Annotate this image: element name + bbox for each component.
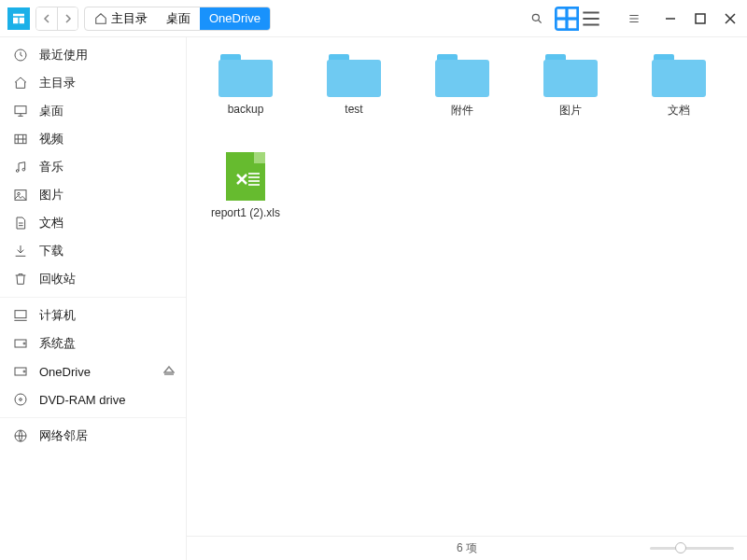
video-icon: [13, 132, 28, 147]
folder-item[interactable]: 文档: [639, 54, 719, 119]
picture-icon: [13, 188, 28, 203]
item-label: report1 (2).xls: [211, 206, 280, 219]
sidebar-item-label: OneDrive: [39, 365, 91, 379]
svg-point-17: [23, 371, 25, 372]
sidebar-item[interactable]: OneDrive: [0, 357, 186, 385]
disc-icon: [13, 392, 28, 407]
svg-point-12: [18, 192, 21, 195]
crumb-label: 主目录: [111, 10, 148, 27]
folder-icon: [435, 54, 489, 97]
svg-point-0: [532, 14, 539, 21]
sidebar-item-label: 系统盘: [39, 335, 76, 352]
file-item[interactable]: report1 (2).xls: [205, 152, 286, 219]
svg-point-18: [15, 394, 26, 405]
crumb-current[interactable]: OneDrive: [200, 7, 270, 30]
sidebar-item-label: 图片: [39, 187, 63, 203]
sidebar-item[interactable]: 系统盘: [0, 329, 186, 357]
svg-point-9: [16, 170, 19, 173]
sidebar-item[interactable]: DVD-RAM drive: [0, 385, 186, 413]
svg-rect-16: [15, 368, 26, 375]
sidebar-item-label: DVD-RAM drive: [39, 393, 125, 407]
window-controls: [661, 9, 740, 28]
document-icon: [13, 216, 28, 231]
disk-icon: [13, 364, 28, 379]
maximize-icon: [695, 13, 706, 24]
folder-icon: [652, 54, 706, 97]
menu-button[interactable]: [622, 7, 646, 31]
sidebar-item[interactable]: 文档: [0, 209, 186, 237]
disk-icon: [13, 336, 28, 351]
view-list-button[interactable]: [579, 7, 603, 31]
folder-item[interactable]: backup: [205, 54, 286, 119]
nav-forward-button[interactable]: [57, 7, 78, 30]
svg-point-15: [23, 343, 25, 344]
svg-point-19: [20, 399, 22, 401]
sidebar: 最近使用主目录桌面视频音乐图片文档下载回收站 计算机系统盘OneDriveDVD…: [0, 37, 187, 560]
download-icon: [13, 244, 28, 259]
search-button[interactable]: [525, 7, 549, 31]
folder-item[interactable]: 图片: [530, 54, 611, 119]
network-icon: [13, 428, 28, 443]
sidebar-item-label: 视频: [39, 131, 63, 147]
computer-icon: [13, 308, 28, 323]
desktop-icon: [13, 104, 28, 119]
sidebar-item-label: 文档: [39, 215, 63, 231]
sidebar-item[interactable]: 桌面: [0, 97, 186, 125]
crumb-desktop[interactable]: 桌面: [157, 7, 200, 30]
nav-buttons: [35, 7, 78, 31]
svg-rect-3: [557, 21, 565, 28]
view-toggle: [555, 7, 603, 31]
sidebar-item[interactable]: 网络邻居: [0, 422, 186, 450]
nav-back-button[interactable]: [36, 7, 57, 30]
svg-rect-5: [696, 14, 705, 23]
file-grid[interactable]: backuptest附件图片文档report1 (2).xls: [187, 37, 747, 536]
search-icon: [530, 12, 543, 25]
sidebar-item[interactable]: 视频: [0, 125, 186, 153]
item-label: test: [345, 103, 362, 116]
svg-rect-2: [569, 9, 576, 17]
grid-icon: [555, 7, 579, 31]
sidebar-item-label: 最近使用: [39, 47, 88, 63]
svg-rect-4: [569, 21, 576, 28]
sidebar-item[interactable]: 计算机: [0, 301, 186, 329]
item-label: 文档: [668, 103, 690, 119]
sidebar-item[interactable]: 音乐: [0, 153, 186, 181]
sidebar-item[interactable]: 回收站: [0, 265, 186, 293]
sidebar-item[interactable]: 图片: [0, 181, 186, 209]
crumb-label: 桌面: [166, 10, 190, 27]
sidebar-item-label: 主目录: [39, 75, 76, 91]
svg-rect-13: [15, 311, 26, 318]
titlebar: 主目录 桌面 OneDrive: [0, 0, 747, 37]
sidebar-item[interactable]: 主目录: [0, 69, 186, 97]
folder-item[interactable]: 附件: [422, 54, 502, 119]
folder-icon: [543, 54, 598, 97]
folder-icon: [327, 54, 381, 97]
svg-rect-14: [15, 340, 26, 347]
folder-item[interactable]: test: [314, 54, 394, 119]
sidebar-item[interactable]: 下载: [0, 237, 186, 265]
xls-file-icon: [226, 152, 265, 201]
home-icon: [13, 76, 28, 91]
minimize-button[interactable]: [661, 9, 680, 28]
svg-point-10: [22, 168, 25, 171]
statusbar: 6 项: [187, 536, 747, 560]
clock-icon: [13, 48, 28, 63]
svg-rect-7: [15, 106, 26, 114]
sidebar-item-label: 音乐: [39, 159, 63, 175]
folder-icon: [218, 54, 273, 97]
close-button[interactable]: [721, 9, 740, 28]
content-area: backuptest附件图片文档report1 (2).xls 6 项: [187, 37, 747, 560]
status-text: 6 项: [457, 540, 477, 556]
crumb-home[interactable]: 主目录: [85, 7, 157, 30]
maximize-button[interactable]: [691, 9, 710, 28]
view-icons-button[interactable]: [555, 7, 579, 31]
home-icon: [94, 12, 107, 25]
sidebar-item-label: 桌面: [39, 103, 63, 119]
sidebar-item-label: 回收站: [39, 271, 76, 287]
item-label: 附件: [451, 103, 473, 119]
minimize-icon: [665, 13, 676, 24]
zoom-slider[interactable]: [650, 547, 734, 550]
sidebar-item-label: 网络邻居: [39, 427, 88, 444]
sidebar-item[interactable]: 最近使用: [0, 41, 186, 69]
eject-button[interactable]: [163, 365, 175, 379]
